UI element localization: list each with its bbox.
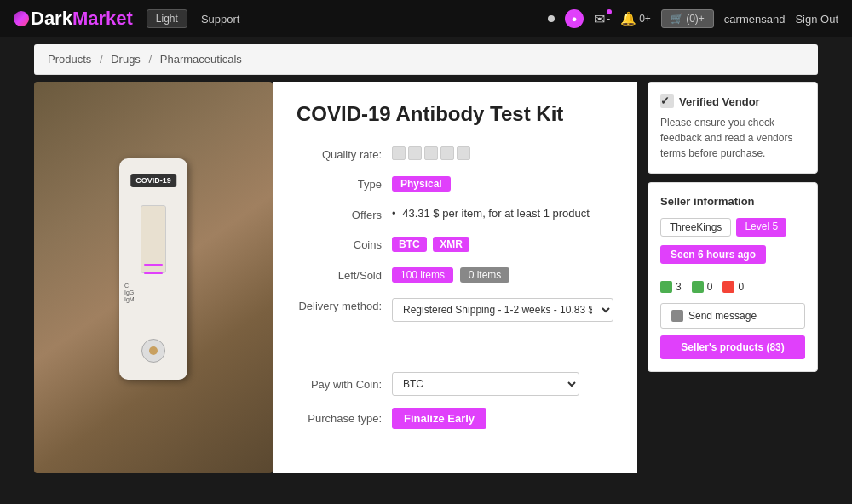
header-icons: ● ✉ - 🔔 0+ 🛒 (0)+ carmensand Sign Out: [548, 9, 838, 28]
finalize-early-button[interactable]: Finalize Early: [392, 408, 486, 429]
logo-market-text: Market: [72, 8, 133, 30]
breadcrumb-products[interactable]: Products: [48, 53, 91, 66]
profile-icon[interactable]: ●: [565, 9, 584, 28]
delivery-select[interactable]: Registered Shipping - 1-2 weeks - 10.83 …: [392, 298, 613, 322]
physical-tag: Physical: [392, 176, 451, 192]
product-image: COVID-19 C IgG IgM: [34, 82, 273, 473]
quality-rate-row: Quality rate:: [296, 146, 613, 161]
seen-badge: Seen 6 hours ago: [660, 245, 766, 264]
header: DarkMarket Light Support ● ✉ - 🔔 0+ 🛒 (0…: [0, 0, 852, 37]
test-lines: [144, 257, 163, 281]
seller-name-tag: ThreeKings: [660, 218, 731, 237]
neutral-icon: [692, 281, 704, 293]
username-label: carmensand: [724, 13, 786, 26]
stat-neutral: 0: [692, 281, 713, 293]
star-rating: [392, 146, 613, 160]
status-dot-icon: [548, 15, 555, 22]
sidebar: ✓ Verified Vendor Please ensure you chec…: [648, 82, 818, 473]
positive-icon: [660, 281, 672, 293]
breadcrumb: Products / Drugs / Pharmaceuticals: [34, 44, 818, 75]
pay-with-coin-label: Pay with Coin:: [296, 378, 382, 391]
type-label: Type: [296, 176, 382, 191]
seller-products-button[interactable]: Seller's products (83): [660, 335, 805, 359]
main-content: COVID-19 C IgG IgM: [34, 82, 818, 473]
send-message-button[interactable]: Send message: [660, 303, 805, 329]
verified-icon: ✓: [660, 94, 674, 108]
logo-icon: [14, 11, 29, 26]
bullet: •: [392, 207, 396, 220]
pay-coin-row: Pay with Coin: BTC: [296, 372, 613, 396]
left-sold-label: Left/Sold: [296, 267, 382, 282]
test-strip-circle-inner: [149, 346, 158, 355]
test-strip-circle: [141, 339, 165, 363]
left-sold-row: Left/Sold 100 items 0 items: [296, 267, 613, 283]
left-sold-value: 100 items 0 items: [392, 267, 613, 283]
seller-info-title: Seller information: [660, 195, 805, 208]
star-4: [440, 146, 454, 160]
seller-level-tag: Level 5: [736, 218, 786, 237]
type-value: Physical: [392, 176, 613, 192]
star-5: [457, 146, 470, 160]
cart-button[interactable]: 🛒 (0)+: [661, 9, 714, 28]
igm-label: IgM: [124, 296, 135, 302]
purchase-type-label: Purchase type:: [296, 412, 382, 425]
product-title: COVID-19 Antibody Test Kit: [296, 102, 613, 126]
seller-info-card: Seller information ThreeKings Level 5 Se…: [648, 182, 818, 372]
c-label: C: [124, 283, 135, 289]
delivery-label: Delivery method:: [296, 298, 382, 312]
notifications[interactable]: 🔔 0+: [620, 11, 651, 26]
support-link[interactable]: Support: [201, 13, 240, 26]
email-icon-wrap: ✉ -: [594, 11, 610, 27]
light-mode-button[interactable]: Light: [147, 9, 187, 28]
verified-text: Please ensure you check feedback and rea…: [660, 115, 805, 161]
breadcrumb-drugs[interactable]: Drugs: [111, 53, 141, 66]
stat-negative-count: 0: [738, 281, 744, 293]
verified-vendor-card: ✓ Verified Vendor Please ensure you chec…: [648, 82, 818, 174]
seller-tags: ThreeKings Level 5: [660, 218, 805, 237]
email-count: -: [607, 13, 610, 25]
test-line-c: [144, 264, 163, 266]
logo-dark-text: Dark: [31, 8, 72, 30]
verified-header: ✓ Verified Vendor: [660, 94, 805, 108]
quality-label: Quality rate:: [296, 146, 382, 161]
cart-label: (0)+: [686, 13, 705, 25]
test-strip-window: [141, 205, 166, 273]
coins-label: Coins: [296, 237, 382, 251]
star-1: [392, 146, 406, 160]
breadcrumb-sep1: /: [100, 53, 103, 66]
sold-tag: 0 items: [460, 267, 510, 283]
test-strip-text: C IgG IgM: [124, 282, 135, 303]
offers-text: 43.31 $ per item, for at least 1 product: [402, 207, 590, 220]
signout-button[interactable]: Sign Out: [795, 13, 838, 26]
email-icon[interactable]: ✉: [594, 11, 605, 27]
seller-stats: 3 0 0: [660, 281, 805, 293]
pay-coin-select[interactable]: BTC: [392, 372, 579, 396]
left-tag: 100 items: [392, 267, 453, 283]
btc-tag: BTC: [392, 237, 427, 252]
product-main-area: COVID-19 Antibody Test Kit Quality rate:…: [273, 82, 637, 473]
offers-value: • 43.31 $ per item, for at least 1 produ…: [392, 207, 613, 220]
message-icon: [671, 310, 683, 322]
verified-title: Verified Vendor: [679, 95, 760, 108]
pay-section: Pay with Coin: BTC Purchase type: Finali…: [273, 358, 637, 455]
breadcrumb-sep2: /: [149, 53, 153, 66]
email-dot-icon: [607, 9, 612, 14]
bell-icon: 🔔: [620, 11, 636, 26]
notification-count: 0+: [639, 13, 651, 25]
negative-icon: [722, 281, 734, 293]
purchase-type-row: Purchase type: Finalize Early: [296, 408, 613, 429]
quality-value: [392, 146, 613, 160]
xmr-tag: XMR: [433, 237, 469, 252]
delivery-value: Registered Shipping - 1-2 weeks - 10.83 …: [392, 298, 613, 322]
breadcrumb-pharmaceuticals[interactable]: Pharmaceuticals: [160, 53, 242, 66]
star-3: [424, 146, 438, 160]
test-line-igg: [144, 272, 163, 274]
coins-value: BTC XMR: [392, 237, 613, 252]
coins-row: Coins BTC XMR: [296, 237, 613, 252]
delivery-row: Delivery method: Registered Shipping - 1…: [296, 298, 613, 322]
test-strip: COVID-19 C IgG IgM: [119, 158, 187, 380]
logo: DarkMarket: [14, 8, 133, 30]
stat-positive-count: 3: [676, 281, 682, 293]
test-strip-container: COVID-19 C IgG IgM: [102, 158, 204, 397]
stat-positive: 3: [660, 281, 682, 293]
